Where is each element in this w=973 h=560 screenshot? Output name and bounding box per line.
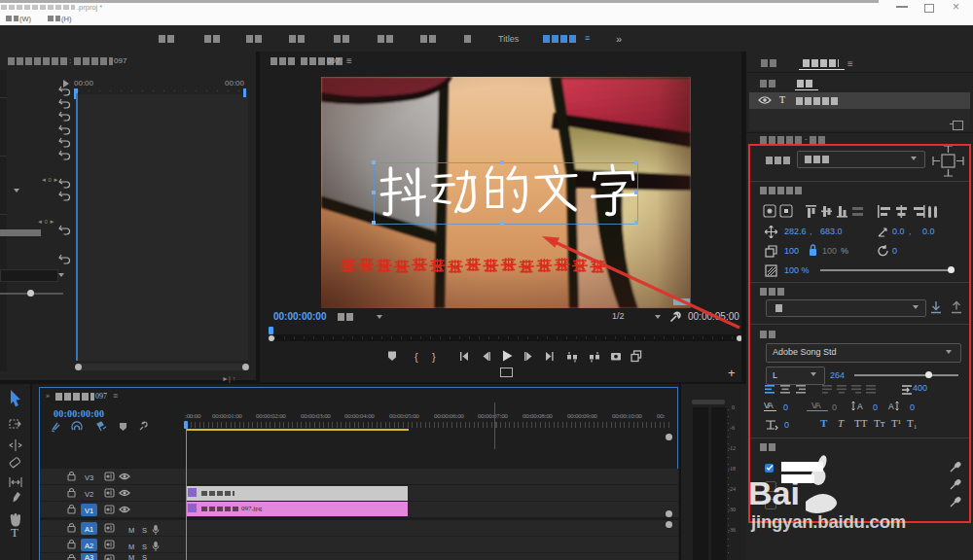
svg-text:}: }: [432, 351, 436, 363]
svg-text:V2: V2: [85, 490, 93, 499]
svg-text:V3: V3: [85, 473, 93, 482]
svg-text:S: S: [142, 526, 147, 535]
svg-text:A1: A1: [85, 525, 93, 534]
svg-text:A3: A3: [85, 553, 93, 560]
svg-text:M: M: [128, 553, 134, 560]
svg-text:M: M: [128, 526, 134, 535]
svg-text:T: T: [11, 525, 18, 540]
svg-text:V1: V1: [85, 507, 93, 515]
svg-text:{: {: [414, 351, 418, 363]
svg-text:M: M: [128, 542, 134, 551]
svg-text:A2: A2: [85, 542, 93, 550]
svg-text:S: S: [142, 542, 147, 551]
svg-text:S: S: [142, 553, 147, 560]
